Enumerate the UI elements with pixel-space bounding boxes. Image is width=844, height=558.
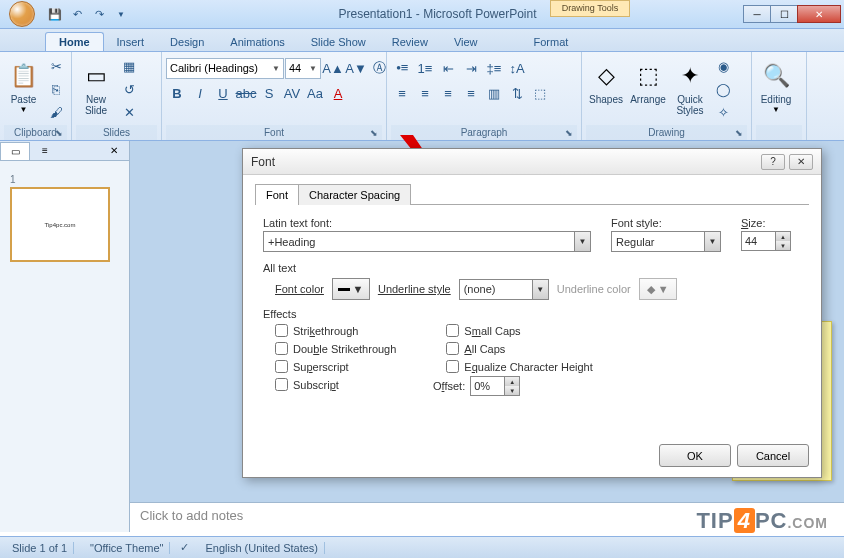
align-text-button[interactable]: ⇅ xyxy=(506,82,528,104)
spellcheck-icon[interactable]: ✓ xyxy=(180,541,189,554)
cut-icon[interactable]: ✂ xyxy=(45,56,67,78)
paste-button[interactable]: 📋 Paste ▼ xyxy=(4,57,43,123)
redo-icon[interactable]: ↷ xyxy=(89,4,109,24)
align-left-button[interactable]: ≡ xyxy=(391,82,413,104)
justify-button[interactable]: ≡ xyxy=(460,82,482,104)
increase-indent-button[interactable]: ⇥ xyxy=(460,57,482,79)
editing-button[interactable]: 🔍Editing▼ xyxy=(756,57,796,123)
font-style-label: Font style: xyxy=(611,217,721,229)
tab-format[interactable]: Format xyxy=(521,33,582,51)
dialog-close-button[interactable]: ✕ xyxy=(789,154,813,170)
strikethrough-checkbox[interactable]: Strikethrough xyxy=(275,324,396,337)
italic-button[interactable]: I xyxy=(189,82,211,104)
close-button[interactable]: ✕ xyxy=(797,5,841,23)
arrange-icon: ⬚ xyxy=(632,60,664,92)
minimize-button[interactable]: ─ xyxy=(743,5,771,23)
char-spacing-button[interactable]: AV xyxy=(281,82,303,104)
font-color-label: Font color xyxy=(275,283,324,295)
shape-effects-icon[interactable]: ✧ xyxy=(712,102,734,124)
slides-tab[interactable]: ▭ xyxy=(0,142,30,160)
underline-color-label: Underline color xyxy=(557,283,631,295)
equalize-checkbox[interactable]: Equalize Character Height xyxy=(446,360,592,373)
line-spacing-button[interactable]: ‡≡ xyxy=(483,57,505,79)
panel-close-icon[interactable]: ✕ xyxy=(99,142,129,160)
size-label: Size: xyxy=(741,217,801,229)
layout-icon[interactable]: ▦ xyxy=(118,56,140,78)
shape-fill-icon[interactable]: ◉ xyxy=(712,56,734,78)
offset-spinner[interactable]: 0%▲▼ xyxy=(470,376,520,396)
font-size-combo[interactable]: 44▼ xyxy=(285,58,321,79)
outline-tab[interactable]: ≡ xyxy=(30,142,60,160)
drawing-launcher[interactable]: ⬊ xyxy=(733,127,745,139)
ribbon: 📋 Paste ▼ ✂ ⎘ 🖌 Clipboard⬊ ▭ New Slide ▦… xyxy=(0,52,844,141)
arrange-button[interactable]: ⬚Arrange xyxy=(628,57,668,123)
shadow-button[interactable]: S xyxy=(258,82,280,104)
save-icon[interactable]: 💾 xyxy=(45,4,65,24)
font-family-combo[interactable]: Calibri (Headings)▼ xyxy=(166,58,284,79)
tab-view[interactable]: View xyxy=(441,33,491,51)
align-right-button[interactable]: ≡ xyxy=(437,82,459,104)
font-style-combo[interactable]: Regular▼ xyxy=(611,231,721,252)
tab-slideshow[interactable]: Slide Show xyxy=(298,33,379,51)
latin-font-label: Latin text font: xyxy=(263,217,591,229)
grow-font-icon[interactable]: A▲ xyxy=(322,57,344,79)
tab-review[interactable]: Review xyxy=(379,33,441,51)
text-direction-button[interactable]: ↕A xyxy=(506,57,528,79)
status-language[interactable]: English (United States) xyxy=(199,542,325,554)
clipboard-launcher[interactable]: ⬊ xyxy=(53,127,65,139)
latin-font-combo[interactable]: +Heading▼ xyxy=(263,231,591,252)
subscript-checkbox[interactable]: Subscript xyxy=(275,378,396,391)
effects-label: Effects xyxy=(263,308,801,320)
new-slide-icon: ▭ xyxy=(80,60,112,92)
office-button[interactable] xyxy=(3,0,41,29)
double-strike-checkbox[interactable]: Double Strikethrough xyxy=(275,342,396,355)
slide-panel: ▭ ≡ ✕ 1 Tip4pc.com xyxy=(0,141,130,532)
bold-button[interactable]: B xyxy=(166,82,188,104)
reset-icon[interactable]: ↺ xyxy=(118,79,140,101)
small-caps-checkbox[interactable]: Small Caps xyxy=(446,324,592,337)
shapes-button[interactable]: ◇Shapes xyxy=(586,57,626,123)
copy-icon[interactable]: ⎘ xyxy=(45,79,67,101)
underline-button[interactable]: U xyxy=(212,82,234,104)
underline-style-combo[interactable]: (none)▼ xyxy=(459,279,549,300)
group-label-drawing: Drawing xyxy=(648,127,685,138)
bullets-button[interactable]: ⦁≡ xyxy=(391,57,413,79)
size-spinner[interactable]: 44▲▼ xyxy=(741,231,791,251)
font-color-button[interactable]: A xyxy=(327,82,349,104)
dialog-tab-spacing[interactable]: Character Spacing xyxy=(298,184,411,205)
undo-icon[interactable]: ↶ xyxy=(67,4,87,24)
new-slide-button[interactable]: ▭ New Slide xyxy=(76,57,116,123)
group-label-slides: Slides xyxy=(103,127,130,138)
paragraph-launcher[interactable]: ⬊ xyxy=(563,127,575,139)
maximize-button[interactable]: ☐ xyxy=(770,5,798,23)
align-center-button[interactable]: ≡ xyxy=(414,82,436,104)
quick-styles-button[interactable]: ✦Quick Styles xyxy=(670,57,710,123)
underline-color-button[interactable]: ◆ ▼ xyxy=(639,278,677,300)
dialog-help-button[interactable]: ? xyxy=(761,154,785,170)
font-launcher[interactable]: ⬊ xyxy=(368,127,380,139)
ok-button[interactable]: OK xyxy=(659,444,731,467)
qat-customize-icon[interactable]: ▼ xyxy=(111,4,131,24)
font-color-button-dlg[interactable]: ▼ xyxy=(332,278,370,300)
tab-home[interactable]: Home xyxy=(45,32,104,51)
format-painter-icon[interactable]: 🖌 xyxy=(45,102,67,124)
delete-slide-icon[interactable]: ✕ xyxy=(118,102,140,124)
window-title: Presentation1 - Microsoft PowerPoint xyxy=(131,7,744,21)
numbering-button[interactable]: 1≡ xyxy=(414,57,436,79)
all-caps-checkbox[interactable]: All Caps xyxy=(446,342,592,355)
shrink-font-icon[interactable]: A▼ xyxy=(345,57,367,79)
superscript-checkbox[interactable]: Superscript xyxy=(275,360,396,373)
columns-button[interactable]: ▥ xyxy=(483,82,505,104)
slide-thumbnail[interactable]: 1 Tip4pc.com xyxy=(10,169,119,262)
dialog-tab-font[interactable]: Font xyxy=(255,184,299,205)
tab-animations[interactable]: Animations xyxy=(217,33,297,51)
cancel-button[interactable]: Cancel xyxy=(737,444,809,467)
change-case-button[interactable]: Aa xyxy=(304,82,326,104)
tab-insert[interactable]: Insert xyxy=(104,33,158,51)
smartart-button[interactable]: ⬚ xyxy=(529,82,551,104)
shape-outline-icon[interactable]: ◯ xyxy=(712,79,734,101)
contextual-tab-label: Drawing Tools xyxy=(550,0,630,17)
decrease-indent-button[interactable]: ⇤ xyxy=(437,57,459,79)
tab-design[interactable]: Design xyxy=(157,33,217,51)
strikethrough-button[interactable]: abc xyxy=(235,82,257,104)
